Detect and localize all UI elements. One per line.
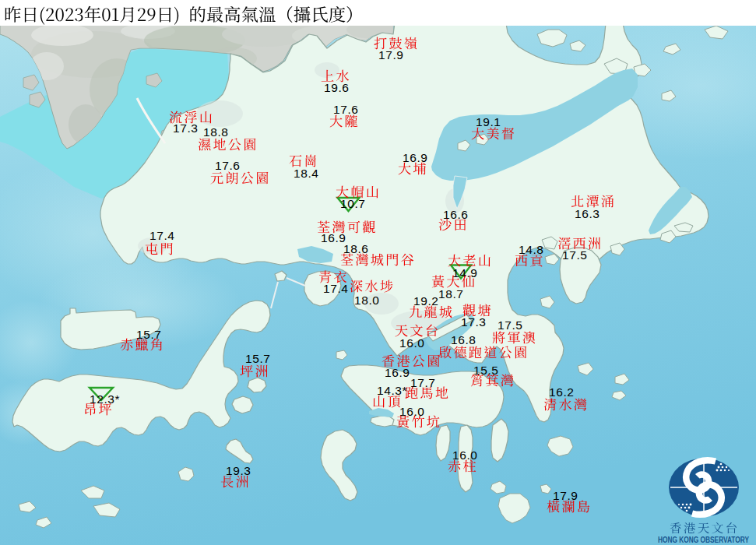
svg-text:17.9: 17.9 — [378, 48, 404, 62]
svg-text:16.9: 16.9 — [403, 151, 428, 164]
svg-text:17.5: 17.5 — [562, 248, 588, 262]
svg-text:17.5: 17.5 — [498, 318, 523, 332]
svg-text:15.7: 15.7 — [136, 328, 162, 341]
svg-text:17.9: 17.9 — [553, 489, 578, 502]
svg-text:10.7: 10.7 — [340, 197, 366, 210]
svg-text:16.9: 16.9 — [385, 366, 410, 379]
svg-text:16.3: 16.3 — [575, 207, 600, 220]
svg-text:14.8: 14.8 — [519, 243, 544, 256]
svg-text:15.7: 15.7 — [245, 352, 271, 365]
svg-text:16.8: 16.8 — [451, 333, 476, 346]
svg-text:18.4: 18.4 — [294, 167, 319, 180]
svg-text:14.3*: 14.3* — [377, 384, 407, 397]
svg-text:18.7: 18.7 — [438, 287, 464, 301]
svg-text:17.3: 17.3 — [173, 121, 199, 135]
svg-text:17.6: 17.6 — [215, 159, 241, 172]
svg-text:19.6: 19.6 — [324, 81, 350, 94]
svg-text:19.2: 19.2 — [413, 294, 439, 308]
svg-text:HONG KONG OBSERVATORY: HONG KONG OBSERVATORY — [658, 535, 749, 544]
svg-text:18.8: 18.8 — [203, 125, 229, 139]
svg-text:12.3*: 12.3* — [90, 392, 120, 406]
svg-text:17.7: 17.7 — [410, 376, 436, 389]
svg-text:16.2: 16.2 — [549, 385, 575, 399]
svg-text:17.4: 17.4 — [323, 282, 349, 295]
svg-text:16.0: 16.0 — [399, 405, 425, 418]
svg-text:16.6: 16.6 — [443, 208, 469, 221]
svg-text:17.4: 17.4 — [149, 229, 175, 242]
svg-text:16.0: 16.0 — [452, 448, 478, 462]
svg-text:16.9: 16.9 — [321, 231, 346, 244]
svg-text:16.0: 16.0 — [399, 336, 425, 350]
svg-text:17.6: 17.6 — [333, 103, 359, 116]
svg-text:15.5: 15.5 — [473, 364, 499, 377]
svg-text:17.3: 17.3 — [461, 315, 487, 329]
svg-text:18.6: 18.6 — [343, 242, 369, 255]
svg-text:19.3: 19.3 — [226, 464, 251, 477]
svg-text:18.0: 18.0 — [354, 294, 380, 307]
svg-text:19.1: 19.1 — [476, 115, 501, 128]
